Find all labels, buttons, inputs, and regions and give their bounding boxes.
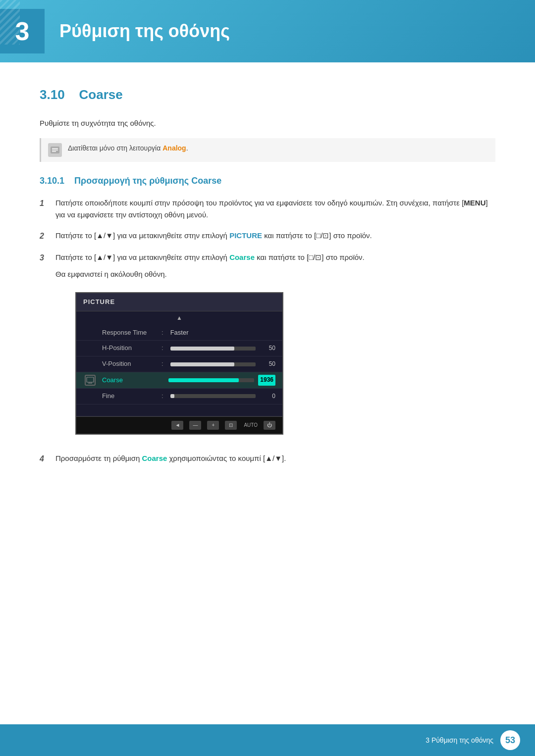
osd-bar-bg-fine xyxy=(170,394,256,398)
osd-bar-fine: 0 xyxy=(170,392,275,401)
section-number: 3.10 xyxy=(40,87,65,102)
osd-bar-vposition: 50 xyxy=(170,359,275,369)
step-1-content: Πατήστε οποιοδήποτε κουμπί στην πρόσοψη … xyxy=(55,197,495,221)
svg-rect-4 xyxy=(87,377,94,382)
steps-list: 1 Πατήστε οποιοδήποτε κουμπί στην πρόσοψ… xyxy=(40,197,495,465)
osd-colon: : xyxy=(161,328,163,338)
step-3: 3 Πατήστε το [▲/▼] για να μετακινηθείτε … xyxy=(40,252,495,444)
osd-spacer-row xyxy=(76,404,282,416)
osd-bar-bg-coarse xyxy=(168,378,254,382)
osd-btn-minus: — xyxy=(189,421,201,430)
osd-bar-bg-h xyxy=(170,347,256,351)
osd-label-hposition: H-Position xyxy=(102,343,157,353)
step-4: 4 Προσαρμόστε τη ρύθμιση Coarse χρησιμοπ… xyxy=(40,453,495,465)
osd-row-hposition: H-Position : 50 xyxy=(76,341,282,356)
osd-bar-coarse: 1936 xyxy=(168,375,275,385)
osd-bar-hposition: 50 xyxy=(170,344,275,353)
sub-note: Θα εμφανιστεί η ακόλουθη οθόνη. xyxy=(55,268,495,280)
subsection-title-space xyxy=(67,176,72,186)
step-1-num: 1 xyxy=(40,197,51,210)
osd-row-coarse: Coarse 1936 xyxy=(76,372,282,389)
osd-colon-v: : xyxy=(161,359,163,369)
section-title-space xyxy=(68,87,75,102)
footer-page-number: 53 xyxy=(500,730,520,750)
step-4-num: 4 xyxy=(40,453,51,465)
step-3-content: Πατήστε το [▲/▼] για να μετακινηθείτε στ… xyxy=(55,252,495,444)
osd-btn-plus: + xyxy=(207,421,219,430)
step-2-num: 2 xyxy=(40,230,51,243)
subsection-title: Προσαρμογή της ρύθμισης Coarse xyxy=(74,176,221,186)
subsection-number: 3.10.1 xyxy=(40,176,64,186)
osd-bar-fill-v xyxy=(170,362,234,366)
step-3-num: 3 xyxy=(40,252,51,264)
osd-num-coarse: 1936 xyxy=(258,375,275,385)
osd-num-fine: 0 xyxy=(260,392,275,401)
osd-colon-h: : xyxy=(161,343,163,353)
osd-btn-back: ◄ xyxy=(171,421,183,430)
osd-bar-fill-coarse xyxy=(168,378,239,382)
page-footer: 3 Ρύθμιση της οθόνης 53 xyxy=(0,724,535,756)
osd-label-vposition: V-Position xyxy=(102,359,157,369)
step-4-content: Προσαρμόστε τη ρύθμιση Coarse χρησιμοποι… xyxy=(55,453,495,464)
osd-menu: PICTURE ▲ Response Time : Faster H- xyxy=(75,292,283,435)
main-content: 3.10 Coarse Ρυθμίστε τη συχνότητα της οθ… xyxy=(0,62,535,514)
osd-row-fine: Fine : 0 xyxy=(76,389,282,404)
step-1: 1 Πατήστε οποιοδήποτε κουμπί στην πρόσοψ… xyxy=(40,197,495,221)
osd-btn-enter: ⊡ xyxy=(225,421,237,430)
osd-num-h: 50 xyxy=(260,344,275,353)
step-2: 2 Πατήστε το [▲/▼] για να μετακινηθείτε … xyxy=(40,230,495,243)
osd-screenshot: PICTURE ▲ Response Time : Faster H- xyxy=(75,292,283,435)
osd-btn-power: ⏻ xyxy=(264,421,275,430)
osd-colon-fine: : xyxy=(161,391,163,402)
osd-header: PICTURE xyxy=(76,293,282,312)
note-text: Διατίθεται μόνο στη λειτουργία Analog. xyxy=(68,143,188,153)
chapter-title: Ρύθμιση της οθόνης xyxy=(59,21,230,42)
header-stripe xyxy=(0,0,20,45)
note-icon xyxy=(48,143,62,157)
step-2-content: Πατήστε το [▲/▼] για να μετακινηθείτε στ… xyxy=(55,230,495,242)
osd-bar-bg-v xyxy=(170,362,256,366)
section-title: Coarse xyxy=(79,87,123,102)
osd-icon-monitor xyxy=(85,375,96,386)
osd-label-fine: Fine xyxy=(102,391,157,402)
footer-text: 3 Ρύθμιση της οθόνης xyxy=(426,736,493,744)
osd-label-response-time: Response Time xyxy=(102,328,157,338)
osd-bar-fill-h xyxy=(170,347,234,351)
osd-toolbar: ◄ — + ⊡ AUTO ⏻ xyxy=(76,416,282,434)
osd-arrow-up: ▲ xyxy=(76,311,282,325)
osd-side-icon-coarse xyxy=(83,375,97,386)
subsection-heading: 3.10.1 Προσαρμογή της ρύθμισης Coarse xyxy=(40,176,495,186)
osd-btn-auto-label: AUTO xyxy=(244,421,258,429)
osd-row-vposition: V-Position : 50 xyxy=(76,356,282,372)
note-box: Διατίθεται μόνο στη λειτουργία Analog. xyxy=(40,138,495,162)
osd-label-coarse: Coarse xyxy=(102,375,157,386)
osd-val-response-time: Faster xyxy=(170,328,189,338)
page-header: 3 Ρύθμιση της οθόνης xyxy=(0,0,535,62)
osd-row-response-time: Response Time : Faster xyxy=(76,325,282,341)
osd-num-v: 50 xyxy=(260,359,275,369)
osd-bar-fill-fine xyxy=(170,394,175,398)
intro-text: Ρυθμίστε τη συχνότητα της οθόνης. xyxy=(40,117,495,129)
section-heading: 3.10 Coarse xyxy=(40,87,495,102)
